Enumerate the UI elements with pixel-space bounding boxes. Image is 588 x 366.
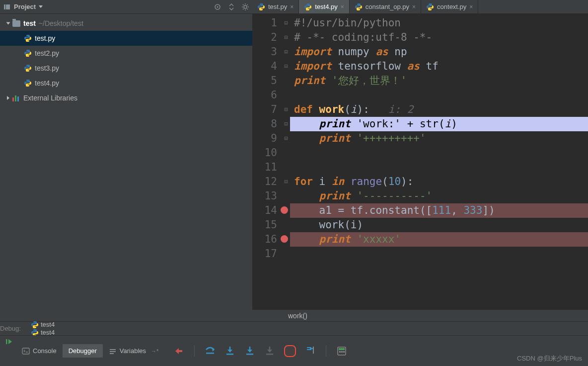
line-number[interactable]: 14 [252,203,277,218]
code-line[interactable]: def work(i): i: 2 [290,102,588,117]
tree-file[interactable]: test.py [0,31,252,46]
editor-tab[interactable]: test4.py× [299,0,350,13]
external-libs-label: External Libraries [23,94,77,102]
line-number[interactable]: 6 [252,88,277,102]
step-into-icon[interactable] [224,346,235,357]
code-line[interactable]: for i in range(10): [290,175,588,189]
run-to-cursor-icon[interactable] [305,346,316,357]
code-content[interactable]: #!/usr/bin/python# -*- coding:utf-8 -*-i… [290,14,588,309]
fold-mark[interactable]: ⊟ [282,16,290,30]
step-over-icon[interactable] [205,346,216,357]
project-view-icon[interactable] [3,3,11,11]
line-number[interactable]: 3 [252,45,277,59]
line-number[interactable]: 7 [252,102,277,117]
fold-mark[interactable] [282,146,290,160]
line-number[interactable]: 16 [252,232,277,247]
fold-mark[interactable] [282,88,290,102]
code-line[interactable]: import tensorflow as tf [290,59,588,74]
file-name: test.py [35,34,55,42]
line-number[interactable]: 1 [252,16,277,30]
tree-file[interactable]: test2.py [0,46,252,61]
svg-point-3 [217,6,219,7]
line-gutter[interactable]: 1234567891011121314151617 [252,14,282,309]
debug-session[interactable]: test4 [31,321,55,329]
gear-icon[interactable] [241,3,249,11]
fold-mark[interactable] [282,247,290,261]
chevron-down-icon[interactable] [6,22,10,25]
line-number[interactable]: 4 [252,59,277,74]
code-line[interactable]: print '----------' [290,189,588,203]
force-step-into-icon[interactable] [264,346,275,357]
editor-tab[interactable]: constant_op.py× [350,0,421,13]
fold-mark[interactable] [282,74,290,88]
file-name: test4.py [35,79,59,87]
python-file-icon [24,49,32,57]
code-line[interactable]: import numpy as np [290,45,588,59]
svg-rect-1 [6,4,10,9]
close-icon[interactable]: × [290,3,294,10]
close-icon[interactable]: × [341,3,344,10]
chevron-down-icon[interactable] [39,5,43,8]
step-into-my-code-icon[interactable] [244,346,255,357]
code-line[interactable]: # -*- coding:utf-8 -*- [290,30,588,45]
line-number[interactable]: 15 [252,218,277,232]
editor-tab[interactable]: test.py× [252,0,299,13]
external-libraries[interactable]: External Libraries [0,91,252,105]
line-number[interactable]: 5 [252,74,277,88]
fold-mark[interactable] [282,189,290,203]
close-icon[interactable]: × [412,3,416,10]
fold-mark[interactable]: ⊟ [282,175,290,189]
line-number[interactable]: 13 [252,189,277,203]
debug-toolbar: Console Debugger Variables →* [0,335,588,366]
fold-column[interactable]: ⊟⊟⊟⊟⊟⊟⊟⊟⊟ [282,14,290,309]
editor-tab[interactable]: context.py× [421,0,478,13]
fold-mark[interactable] [282,218,290,232]
code-line[interactable]: print '您好，世界！' [290,74,588,88]
locate-icon[interactable] [214,3,221,11]
code-line[interactable] [290,88,588,102]
code-line[interactable] [290,247,588,261]
line-number[interactable]: 9 [252,131,277,146]
fold-mark[interactable]: ⊟ [282,102,290,117]
collapse-icon[interactable] [227,3,235,11]
step-out-icon[interactable] [284,345,296,357]
fold-mark[interactable] [282,160,290,175]
code-line[interactable]: a1 = tf.constant([111, 333]) [290,203,588,218]
evaluate-expression-icon[interactable] [336,346,347,357]
tree-file[interactable]: test3.py [0,61,252,76]
code-line[interactable] [290,146,588,160]
breakpoint-icon[interactable] [281,206,288,214]
line-number[interactable]: 2 [252,30,277,45]
fold-mark[interactable]: ⊟ [282,131,290,146]
svg-rect-6 [22,348,29,354]
code-line[interactable]: print 'work:' + str(i) [290,117,588,131]
line-number[interactable]: 8 [252,117,277,131]
svg-rect-8 [110,351,116,352]
tab-debugger-label: Debugger [69,347,97,355]
tab-debugger[interactable]: Debugger [63,344,103,358]
fold-mark[interactable]: ⊟ [282,117,290,131]
show-execution-point-icon[interactable] [173,346,184,357]
resume-icon[interactable] [5,338,13,346]
code-line[interactable]: print 'xxxxx' [290,232,588,247]
code-line[interactable]: #!/usr/bin/python [290,16,588,30]
fold-mark[interactable]: ⊟ [282,30,290,45]
breadcrumb[interactable]: work() [252,309,588,321]
line-number[interactable]: 10 [252,146,277,160]
breakpoint-icon[interactable] [281,235,288,243]
line-number[interactable]: 11 [252,160,277,175]
code-line[interactable] [290,160,588,175]
code-editor[interactable]: 1234567891011121314151617 ⊟⊟⊟⊟⊟⊟⊟⊟⊟ #!/u… [252,14,588,309]
tree-file[interactable]: test4.py [0,76,252,91]
fold-mark[interactable]: ⊟ [282,45,290,59]
chevron-right-icon[interactable] [7,96,9,100]
tab-variables[interactable]: Variables →* [103,344,165,358]
tab-console[interactable]: Console [16,344,63,358]
tree-root[interactable]: test ~/Desktop/test [0,16,252,31]
line-number[interactable]: 12 [252,175,277,189]
fold-mark[interactable]: ⊟ [282,59,290,74]
code-line[interactable]: work(i) [290,218,588,232]
line-number[interactable]: 17 [252,247,277,261]
code-line[interactable]: print '+++++++++' [290,131,588,146]
close-icon[interactable]: × [469,3,473,10]
